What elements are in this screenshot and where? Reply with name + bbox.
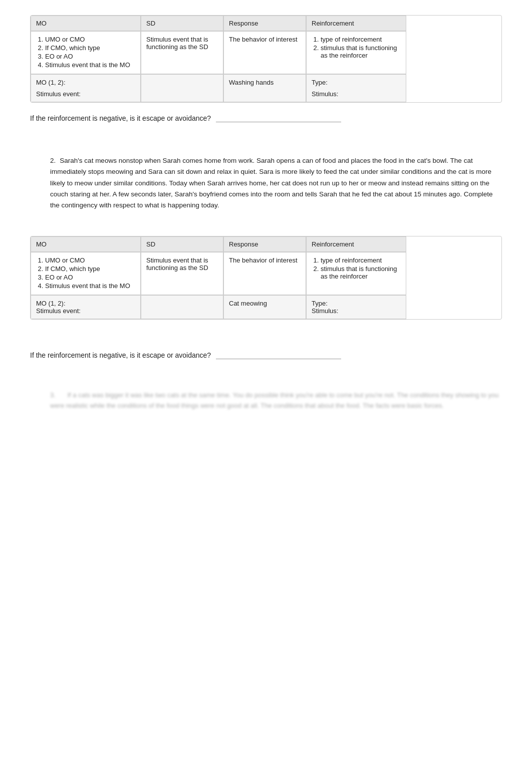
blurred-text: 3. If a cats was bigger it was like two … <box>50 390 502 411</box>
question2-text: If the reinforcement is negative, is it … <box>30 351 211 359</box>
table1-response-cell: The behavior of interest <box>223 31 306 74</box>
table1-reinforcement-item1: type of reinforcement <box>321 36 401 43</box>
table2-response-cell: The behavior of interest <box>223 252 306 295</box>
table2-mo-item3: EO or AO <box>45 274 135 281</box>
table2-fill-mo: MO (1, 2): Stimulus event: <box>31 295 141 319</box>
table1-mo-cell: UMO or CMO If CMO, which type EO or AO S… <box>31 31 141 74</box>
table1-mo-item2: If CMO, which type <box>45 44 135 52</box>
table2-fill-stimulus: Stimulus: <box>312 307 401 315</box>
table1-sd-cell: Stimulus event that is functioning as th… <box>141 31 223 74</box>
table2-header-reinforcement: Reinforcement <box>306 236 406 252</box>
scenario2-text: Sarah's cat meows nonstop when Sarah com… <box>50 157 493 209</box>
table2-fill-response: Cat meowing <box>223 295 306 319</box>
table1-header-sd: SD <box>141 16 223 31</box>
question1-block: If the reinforcement is negative, is it … <box>30 114 502 122</box>
scenario2-number: 2. <box>50 157 56 164</box>
table1-fill-reinforcement: Type: Stimulus: <box>306 74 406 102</box>
table1-mo-item4: Stimulus event that is the MO <box>45 61 135 69</box>
question1-underline <box>216 114 341 122</box>
table2-mo-item1: UMO or CMO <box>45 256 135 264</box>
table2-header-mo: MO <box>31 236 141 252</box>
table1-fill-mo: MO (1, 2): Stimulus event: <box>31 74 141 102</box>
table2-response-text: The behavior of interest <box>229 256 298 264</box>
scenario2-block: 2.Sarah's cat meows nonstop when Sarah c… <box>50 155 502 211</box>
table2-fill-mo-label1: MO (1, 2): <box>36 300 135 307</box>
table2-fill-reinforcement: Type: Stimulus: <box>306 295 406 319</box>
table1-fill-sd <box>141 74 223 102</box>
question1-text: If the reinforcement is negative, is it … <box>30 114 211 122</box>
question2-block: If the reinforcement is negative, is it … <box>30 351 502 359</box>
table1-reinforcement-cell: type of reinforcement stimulus that is f… <box>306 31 406 74</box>
table2-header-sd: SD <box>141 236 223 252</box>
table2-sd-text: Stimulus event that is functioning as th… <box>146 256 208 272</box>
question2-underline <box>216 351 341 359</box>
table1-mo-item3: EO or AO <box>45 53 135 60</box>
table1-response-text: The behavior of interest <box>229 36 298 43</box>
table2-reinforcement-cell: type of reinforcement stimulus that is f… <box>306 252 406 295</box>
table2: MO SD Response Reinforcement UMO or CMO … <box>30 236 502 320</box>
table1: MO SD Response Reinforcement UMO or CMO … <box>30 15 502 103</box>
table2-reinforcement-item1: type of reinforcement <box>321 256 401 264</box>
table2-fill-mo-label2: Stimulus event: <box>36 307 135 315</box>
blurred-block: 3. If a cats was bigger it was like two … <box>50 390 502 411</box>
table2-mo-cell: UMO or CMO If CMO, which type EO or AO S… <box>31 252 141 295</box>
table2-header-response: Response <box>223 236 306 252</box>
table2-sd-cell: Stimulus event that is functioning as th… <box>141 252 223 295</box>
table1-mo-item1: UMO or CMO <box>45 36 135 43</box>
table2-fill-type: Type: <box>312 300 401 307</box>
table1-fill-mo-label2: Stimulus event: <box>36 90 135 98</box>
table1-fill-mo-label1: MO (1, 2): <box>36 79 135 86</box>
table1-header-response: Response <box>223 16 306 31</box>
table1-header-mo: MO <box>31 16 141 31</box>
table1-fill-stimulus: Stimulus: <box>312 90 401 98</box>
table1-reinforcement-item2: stimulus that is functioning as the rein… <box>321 44 401 59</box>
table2-fill-sd <box>141 295 223 319</box>
table1-sd-text: Stimulus event that is functioning as th… <box>146 36 208 51</box>
table1-fill-type: Type: <box>312 79 401 86</box>
table2-mo-item4: Stimulus event that is the MO <box>45 282 135 290</box>
table1-fill-response: Washing hands <box>223 74 306 102</box>
table2-mo-item2: If CMO, which type <box>45 265 135 273</box>
table1-header-reinforcement: Reinforcement <box>306 16 406 31</box>
table2-reinforcement-item2: stimulus that is functioning as the rein… <box>321 265 401 280</box>
